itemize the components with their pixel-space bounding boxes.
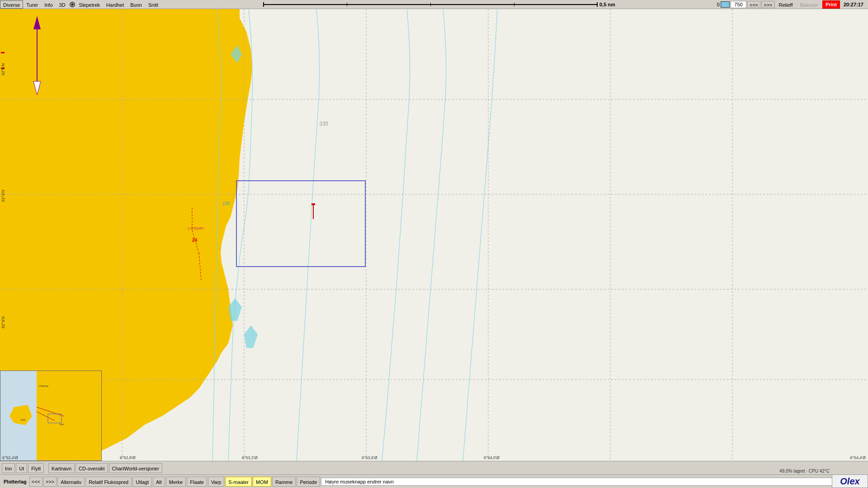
print-btn[interactable]: Print [822, 0, 840, 9]
bakover-btn[interactable]: Bakover [797, 0, 821, 9]
svg-text:Osterøy: Osterøy [39, 385, 48, 387]
coord-left-top: 62°4'N [1, 63, 5, 75]
toolbar-right: 0 <<< >>> Relieff Bakover Print 20:27:17 [717, 0, 868, 9]
menu-bunn[interactable]: Bunn [127, 0, 145, 9]
cd-oversikt-btn[interactable]: CD-oversikt [75, 463, 108, 473]
map-area: Lortepøn 24 335 100 Osterøy Dale Voss [0, 9, 868, 461]
status-text: Høyre museknapp endrer navn [321, 478, 866, 486]
scale-bar-container: 0,5 nm [161, 2, 717, 7]
coord-bottom-right: 6°54,4'Ø [850, 455, 866, 460]
scale-line [263, 4, 598, 5]
depth-color-box [721, 1, 730, 8]
scale-label: 0,5 nm [599, 2, 615, 7]
menu-diverse[interactable]: Diverse [0, 0, 23, 9]
scale-bar: 0,5 nm [263, 2, 615, 7]
top-toolbar: Diverse Turer Info 3D Slepetrek Hardhet … [0, 0, 868, 9]
relatif-btn[interactable]: Relatif Fluksspred [85, 477, 132, 487]
nav-prev-btn[interactable]: <<< [747, 1, 760, 8]
inn-btn[interactable]: Inn [2, 463, 15, 473]
menu-3d[interactable]: 3D [56, 0, 69, 9]
coord-bottom-c3: 6°53,6'Ø [362, 455, 377, 460]
mom-btn[interactable]: MOM [253, 477, 271, 487]
sea-area [0, 9, 868, 461]
bottom-row2: Plotterlag <<< >>> Alternativ Relatif Fl… [0, 475, 868, 488]
chartworld-btn[interactable]: ChartWorld-versjoner [109, 463, 162, 473]
menu-info[interactable]: Info [41, 0, 56, 9]
mini-map-svg: Osterøy Dale Voss [0, 371, 102, 461]
minimap-controls: Inn Ut Flytt [2, 463, 44, 473]
varp-btn[interactable]: Varp [208, 477, 224, 487]
ramme-btn[interactable]: Ramme [272, 477, 296, 487]
plotterlag-prev[interactable]: <<< [29, 477, 42, 487]
relief-btn[interactable]: Relieff [776, 0, 796, 9]
coord-left-bot: 62°4'N [1, 316, 5, 328]
merke-btn[interactable]: Merke [166, 477, 186, 487]
menu-hardhet[interactable]: Hardhet [103, 0, 127, 9]
cpu-info: 49,0% lagret · CPU 42°C [779, 469, 830, 474]
plotterlag-next[interactable]: >>> [43, 477, 57, 487]
menu-slepetrek[interactable]: Slepetrek [76, 0, 103, 9]
svg-text:Dale: Dale [21, 418, 26, 421]
olex-logo: Olex [832, 474, 868, 488]
plotterlag-label: Plotterlag [2, 479, 28, 484]
alternativ-btn[interactable]: Alternativ [57, 477, 85, 487]
svg-text:Voss: Voss [59, 423, 64, 426]
kartnavn-btn[interactable]: Kartnavn [48, 463, 75, 473]
bottom-panel: Inn Ut Flytt Kartnavn CD-oversikt ChartW… [0, 461, 868, 488]
depth-input[interactable] [731, 1, 746, 8]
coord-left-mid: 62°4'N [1, 190, 5, 202]
coord-bottom-c2: 6°53,2'Ø [242, 455, 258, 460]
time-display: 20:27:17 [841, 2, 866, 7]
utlagt-btn[interactable]: Utlagt [132, 477, 152, 487]
depth-zero: 0 [717, 2, 720, 7]
menu-turer[interactable]: Turer [23, 0, 41, 9]
mini-map: Osterøy Dale Voss [0, 371, 102, 461]
coord-bottom-left: 6°52,4'Ø [2, 455, 18, 460]
flaate-btn[interactable]: Flaate [187, 477, 207, 487]
coord-bottom-c1: 6°52,8'Ø [120, 455, 136, 460]
flytt-btn[interactable]: Flytt [28, 463, 44, 473]
menu-snitt[interactable]: Snitt [145, 0, 161, 9]
periode-btn[interactable]: Periode [297, 477, 320, 487]
ut-btn[interactable]: Ut [16, 463, 27, 473]
s-maaler-btn[interactable]: S-maaler [225, 477, 252, 487]
bottom-row1: Inn Ut Flytt Kartnavn CD-oversikt ChartW… [0, 461, 868, 475]
coord-bottom-c4: 6°54,0'Ø [484, 455, 500, 460]
alt-btn[interactable]: Alt [153, 477, 165, 487]
nav-next-btn[interactable]: >>> [761, 1, 774, 8]
